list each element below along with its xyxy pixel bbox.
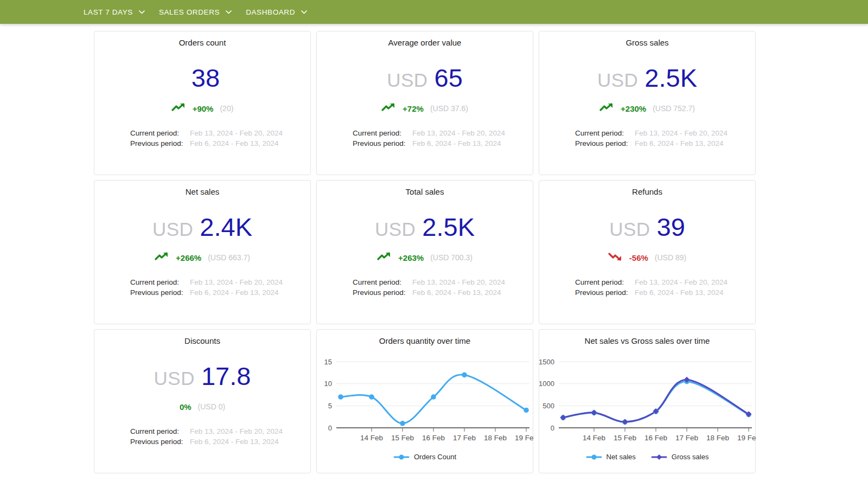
- previous-period-value: Feb 6, 2024 - Feb 13, 2024: [635, 287, 724, 298]
- change-detail: (USD 752.7): [653, 104, 695, 113]
- trend-row: +263% (USD 700.3): [317, 252, 533, 263]
- chart-card: Net sales vs Gross sales over time 05001…: [539, 329, 756, 473]
- current-period-row: Current period: Feb 13, 2024 - Feb 20, 2…: [130, 426, 310, 436]
- line-chart: 05001000150014 Feb15 Feb16 Feb17 Feb18 F…: [539, 352, 756, 449]
- legend-label: Net sales: [607, 453, 636, 461]
- stat-value: 2.5K: [422, 212, 475, 242]
- stat-value-row: USD 17.8: [94, 361, 310, 389]
- legend-item[interactable]: Gross sales: [651, 453, 709, 461]
- previous-period-row: Previous period: Feb 6, 2024 - Feb 13, 2…: [353, 138, 533, 149]
- svg-text:14 Feb: 14 Feb: [360, 434, 383, 442]
- legend-item[interactable]: Net sales: [586, 453, 636, 461]
- chevron-down-icon: [139, 10, 145, 14]
- change-detail: (USD 89): [655, 253, 686, 262]
- view-dropdown[interactable]: DASHBOARD: [246, 8, 307, 16]
- stat-card: Average order value USD 65 +72% (USD 37.…: [316, 31, 533, 175]
- stat-value-row: USD 65: [317, 63, 533, 91]
- change-percent: -56%: [629, 253, 648, 262]
- stat-card: Refunds USD 39 -56% (USD 89) Current per…: [539, 180, 756, 324]
- report-type-label: SALES ORDERS: [159, 8, 220, 16]
- line-chart: 05101514 Feb15 Feb16 Feb17 Feb18 Feb19 F…: [317, 352, 534, 449]
- chart-title: Orders quantity over time: [317, 336, 533, 346]
- trending-up-icon: [155, 252, 169, 264]
- previous-period-label: Previous period:: [575, 287, 630, 298]
- stat-card: Total sales USD 2.5K +263% (USD 700.3) C…: [316, 180, 533, 324]
- svg-text:19 Feb: 19 Feb: [515, 434, 534, 442]
- svg-text:15: 15: [324, 358, 332, 366]
- trend-row: +266% (USD 663.7): [94, 252, 310, 263]
- current-period-label: Current period:: [130, 277, 186, 287]
- legend-marker-icon: [393, 454, 410, 460]
- stat-value: 2.4K: [200, 212, 252, 242]
- previous-period-value: Feb 6, 2024 - Feb 13, 2024: [190, 138, 279, 149]
- chart-card: Orders quantity over time 05101514 Feb15…: [316, 329, 533, 473]
- svg-text:1500: 1500: [539, 358, 554, 366]
- stat-card-title: Net sales: [94, 187, 310, 197]
- change-percent: +72%: [403, 104, 424, 113]
- trend-row: 0% (USD 0): [94, 401, 310, 412]
- stat-value: 65: [435, 63, 463, 93]
- current-period-value: Feb 13, 2024 - Feb 20, 2024: [412, 277, 505, 287]
- dashboard-grid: Orders count 38 +90% (20) Current period…: [94, 31, 756, 473]
- date-range-label: LAST 7 DAYS: [84, 8, 133, 16]
- stat-value: 17.8: [201, 361, 251, 391]
- currency-label: USD: [375, 219, 416, 240]
- svg-text:17 Feb: 17 Feb: [453, 434, 476, 442]
- legend-item[interactable]: Orders Count: [393, 453, 456, 461]
- legend-marker-icon: [586, 454, 602, 460]
- trend-row: -56% (USD 89): [539, 252, 755, 263]
- current-period-value: Feb 13, 2024 - Feb 20, 2024: [190, 426, 283, 436]
- report-type-dropdown[interactable]: SALES ORDERS: [159, 8, 232, 16]
- current-period-row: Current period: Feb 13, 2024 - Feb 20, 2…: [575, 128, 755, 138]
- currency-label: USD: [152, 219, 193, 240]
- current-period-row: Current period: Feb 13, 2024 - Feb 20, 2…: [130, 277, 310, 287]
- previous-period-label: Previous period:: [353, 287, 408, 298]
- svg-text:16 Feb: 16 Feb: [644, 434, 667, 442]
- previous-period-row: Previous period: Feb 6, 2024 - Feb 13, 2…: [130, 287, 310, 298]
- currency-label: USD: [387, 69, 427, 91]
- svg-text:14 Feb: 14 Feb: [583, 434, 605, 442]
- current-period-label: Current period:: [575, 128, 630, 138]
- periods-block: Current period: Feb 13, 2024 - Feb 20, 2…: [539, 277, 755, 298]
- top-navbar: LAST 7 DAYS SALES ORDERS DASHBOARD: [0, 0, 868, 24]
- current-period-value: Feb 13, 2024 - Feb 20, 2024: [412, 128, 505, 138]
- stat-card-title: Average order value: [317, 38, 533, 48]
- legend-label: Orders Count: [414, 453, 456, 461]
- svg-text:17 Feb: 17 Feb: [675, 434, 698, 442]
- periods-block: Current period: Feb 13, 2024 - Feb 20, 2…: [94, 426, 310, 447]
- svg-text:500: 500: [542, 402, 554, 410]
- current-period-value: Feb 13, 2024 - Feb 20, 2024: [190, 277, 283, 287]
- current-period-label: Current period:: [575, 277, 630, 287]
- stat-card-title: Discounts: [94, 336, 310, 346]
- change-detail: (USD 0): [198, 402, 226, 411]
- current-period-row: Current period: Feb 13, 2024 - Feb 20, 2…: [353, 277, 533, 287]
- svg-text:0: 0: [551, 424, 554, 432]
- change-detail: (20): [220, 104, 233, 113]
- chart-legend: Orders Count: [317, 453, 533, 461]
- chart-legend: Net salesGross sales: [539, 453, 755, 461]
- trending-up-icon: [171, 102, 186, 114]
- chevron-down-icon: [226, 10, 232, 14]
- previous-period-label: Previous period:: [130, 287, 186, 298]
- stat-card: Gross sales USD 2.5K +230% (USD 752.7) C…: [539, 31, 756, 175]
- stat-card-title: Total sales: [317, 187, 533, 197]
- periods-block: Current period: Feb 13, 2024 - Feb 20, 2…: [317, 128, 533, 149]
- previous-period-label: Previous period:: [130, 436, 186, 447]
- previous-period-label: Previous period:: [130, 138, 186, 149]
- periods-block: Current period: Feb 13, 2024 - Feb 20, 2…: [94, 277, 310, 298]
- current-period-label: Current period:: [130, 426, 186, 436]
- legend-marker-icon: [651, 454, 667, 460]
- view-label: DASHBOARD: [246, 8, 295, 16]
- date-range-dropdown[interactable]: LAST 7 DAYS: [84, 8, 145, 16]
- chart-title: Net sales vs Gross sales over time: [539, 336, 755, 346]
- stat-card-title: Orders count: [94, 38, 310, 48]
- trending-down-icon: [608, 252, 623, 264]
- periods-block: Current period: Feb 13, 2024 - Feb 20, 2…: [94, 128, 310, 149]
- previous-period-value: Feb 6, 2024 - Feb 13, 2024: [412, 287, 501, 298]
- stat-value: 2.5K: [644, 63, 697, 93]
- stat-value-row: USD 39: [539, 212, 755, 240]
- current-period-label: Current period:: [353, 128, 408, 138]
- svg-text:1000: 1000: [539, 380, 554, 388]
- trend-row: +90% (20): [94, 103, 310, 114]
- change-detail: (USD 700.3): [430, 253, 473, 262]
